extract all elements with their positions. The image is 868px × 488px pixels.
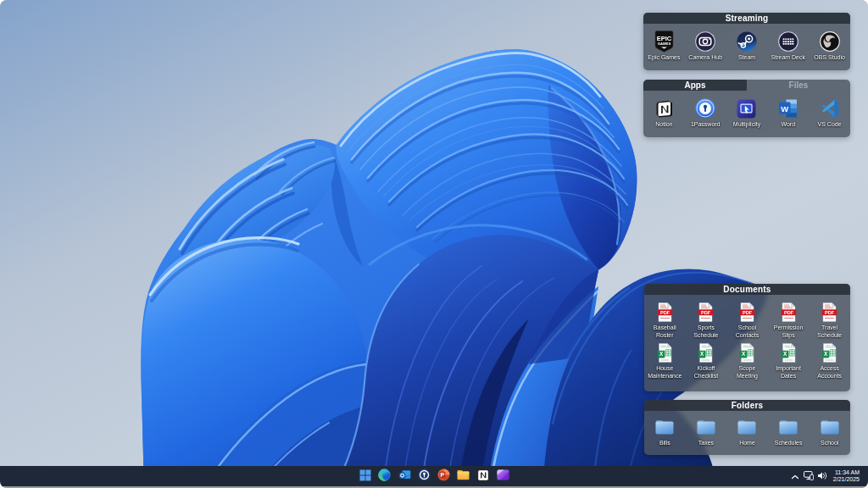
- svg-text:PDF: PDF: [783, 309, 793, 314]
- svg-text:PDF: PDF: [660, 309, 670, 314]
- svg-text:PDF: PDF: [701, 309, 711, 314]
- svg-text:X: X: [783, 351, 787, 357]
- svg-text:P: P: [441, 472, 445, 478]
- svg-text:GAMES: GAMES: [658, 42, 671, 46]
- svg-text:PDF: PDF: [825, 309, 835, 314]
- svg-text:X: X: [824, 351, 828, 357]
- svg-text:X: X: [659, 351, 664, 357]
- svg-text:W: W: [781, 104, 788, 114]
- svg-text:X: X: [700, 351, 704, 357]
- svg-text:PDF: PDF: [743, 309, 753, 314]
- svg-text:X: X: [742, 351, 746, 357]
